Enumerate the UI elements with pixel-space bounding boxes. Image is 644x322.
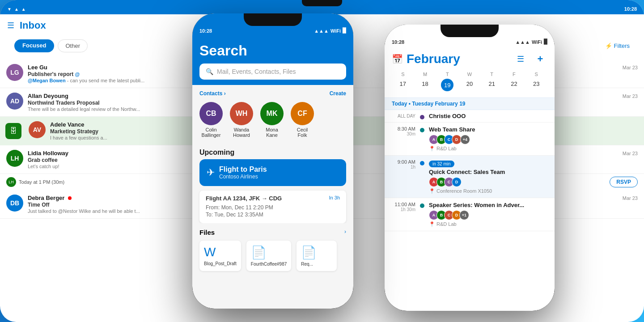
calendar-icon: 📅: [392, 54, 403, 64]
ev-avatar-extra: +1: [459, 210, 469, 220]
date-18[interactable]: 18: [414, 79, 436, 91]
date-23[interactable]: 23: [525, 79, 547, 91]
other-tab[interactable]: Other: [58, 39, 88, 52]
month-label: February: [407, 52, 460, 66]
contact-item[interactable]: MK MonaKane: [260, 102, 284, 138]
date-17[interactable]: 17: [392, 79, 414, 91]
battery-icon-right: ▉: [544, 39, 547, 45]
day-s2: S: [525, 72, 547, 77]
week-dates-row: 17 18 19 20 21 22 23: [392, 79, 547, 91]
allday-event[interactable]: ALL DAY Christie OOO: [385, 110, 555, 123]
email-list: LG Lee Gu Mar 23 Publisher's report @ @M…: [0, 59, 152, 219]
email-preview: @Megan Bowen - can you send me the lates…: [28, 78, 152, 83]
avatar: AV: [29, 121, 46, 138]
event-title: Speaker Series: Women in Adver...: [429, 202, 548, 208]
contact-avatar: CB: [199, 102, 223, 125]
contact-avatar: CF: [291, 102, 314, 125]
add-event-button[interactable]: +: [533, 52, 547, 66]
email-subject: Marketing Strategy: [50, 128, 152, 135]
files-row: W Blog_Post_Draft 📄 FourthCoffee#987 📄 R…: [192, 238, 353, 274]
event-time: ALL DAY: [391, 114, 415, 119]
date-21[interactable]: 21: [481, 79, 503, 91]
plane-icon: ✈: [207, 167, 215, 178]
event-body: in 32 min Quick Connect: Sales Team A B …: [429, 159, 548, 194]
email-preview: Just talked to @Nestor Wilke and he will…: [28, 208, 152, 214]
email-item[interactable]: LG Lee Gu Mar 23 Publisher's report @ @M…: [0, 59, 152, 88]
upcoming-header: Upcoming: [192, 145, 353, 159]
search-icon: 🔍: [206, 68, 213, 75]
avatar: LG: [6, 64, 23, 81]
file-item[interactable]: W Blog_Post_Draft: [199, 241, 241, 271]
email-sender: Adele Vance: [50, 121, 85, 128]
event-time: 9:00 AM 1h: [391, 159, 415, 169]
contact-item[interactable]: WH WandaHoward: [230, 102, 253, 138]
email-sender: Debra Berger: [28, 195, 72, 201]
contact-name: WandaHoward: [230, 127, 253, 138]
event-dot: [420, 203, 424, 208]
event-body: Web Team Share A B C D +4 📍 R&D Lab: [429, 126, 548, 152]
file-item[interactable]: 📄 FourthCoffee#987: [246, 241, 291, 271]
rsvp-row: LH Today at 1 PM (30m) RSVP: [0, 174, 152, 190]
avatar: AD: [6, 93, 23, 110]
email-item-highlighted[interactable]: 🗄 AV Adele Vance Marketing Strategy I ha…: [0, 117, 152, 145]
list-view-button[interactable]: ☰: [513, 52, 528, 66]
file-name: Req...: [301, 262, 332, 267]
file-item[interactable]: 📄 Req...: [297, 241, 337, 271]
contacts-row: CB ColinBallinger WH WandaHoward MK Mona…: [192, 99, 353, 143]
date-19-today[interactable]: 19: [441, 79, 453, 91]
files-more-icon: ›: [344, 229, 346, 236]
today-label: Today • Tuesday February 19: [385, 97, 555, 110]
event-badge: in 32 min: [429, 161, 454, 167]
event-row-900[interactable]: 9:00 AM 1h in 32 min Quick Connect: Sale…: [385, 156, 555, 198]
email-item[interactable]: LH Lidia Holloway Mar 23 Grab coffee Let…: [0, 145, 152, 190]
pdf-icon: 📄: [251, 245, 287, 260]
event-location: 📍 Conference Room X1050: [429, 188, 548, 194]
day-w: W: [458, 72, 481, 77]
contacts-section-header: Contacts › Create: [192, 85, 353, 99]
event-row-1100[interactable]: 11:00 AM 1h 30m Speaker Series: Women in…: [385, 198, 555, 231]
email-content: Lidia Holloway Mar 23 Grab coffee Let's …: [28, 150, 152, 169]
day-m: M: [414, 72, 436, 77]
email-preview: I have a few questions a...: [50, 135, 152, 140]
date-20[interactable]: 20: [458, 79, 481, 91]
contact-name: MonaKane: [260, 127, 284, 138]
contact-item[interactable]: CB ColinBallinger: [199, 102, 223, 138]
event-body: Speaker Series: Women in Adver... A B C …: [429, 202, 548, 227]
contact-item[interactable]: CF CecilFolk: [291, 102, 314, 138]
hamburger-icon[interactable]: ☰: [7, 21, 14, 30]
battery-icon: ▉: [343, 28, 346, 34]
flight-to: To: Tue, Dec 12 3:35AM: [206, 212, 340, 218]
cal-month-title: 📅 February: [392, 52, 460, 66]
email-item[interactable]: AD Allan Deyoung Mar 23 Northwind Trader…: [0, 88, 152, 117]
email-content: Adele Vance Marketing Strategy I have a …: [50, 121, 152, 140]
email-preview: Let's catch up!: [28, 164, 152, 169]
files-title: Files: [199, 229, 215, 236]
center-phone: 10:28 ▲▲▲ WiFi ▉ Search 🔍 Mail, Events, …: [192, 13, 353, 309]
create-button[interactable]: Create: [330, 90, 346, 97]
event-title: Quick Connect: Sales Team: [429, 169, 548, 175]
contact-avatar: WH: [230, 102, 253, 125]
search-box[interactable]: 🔍 Mail, Events, Contacts, Files: [199, 64, 346, 80]
email-sender: Lee Gu: [28, 64, 47, 71]
inbox-title: Inbox: [20, 20, 46, 31]
email-content: Allan Deyoung Mar 23 Northwind Traders P…: [28, 93, 152, 112]
events-list: ALL DAY Christie OOO 8:30 AM 30m Web Tea…: [385, 110, 555, 231]
flight-detail[interactable]: Flight AA 1234, JFK → CDG In 3h From: Mo…: [199, 191, 346, 223]
flight-card[interactable]: ✈ Flight to Paris Contoso Airlines: [199, 159, 346, 186]
event-row-830[interactable]: 8:30 AM 30m Web Team Share A B C D +4: [385, 123, 555, 156]
date-22[interactable]: 22: [503, 79, 525, 91]
ev-avatar: D: [452, 177, 462, 187]
search-placeholder: Mail, Events, Contacts, Files: [217, 68, 296, 75]
email-content: Debra Berger Mar 23 Time Off Just talked…: [28, 195, 152, 214]
email-item[interactable]: DB Debra Berger Mar 23 Time Off Just tal…: [0, 190, 152, 219]
email-subject: Time Off: [28, 202, 152, 208]
day-t1: T: [436, 72, 458, 77]
email-sender: Allan Deyoung: [28, 93, 68, 99]
flight-title: Flight to Paris: [219, 165, 267, 174]
event-time: 11:00 AM 1h 30m: [391, 202, 415, 212]
files-header: Files ›: [192, 227, 353, 238]
avatar: DB: [6, 195, 23, 212]
notch-right: [441, 25, 499, 37]
focused-tab[interactable]: Focused: [14, 39, 54, 52]
event-dot: [420, 128, 424, 132]
